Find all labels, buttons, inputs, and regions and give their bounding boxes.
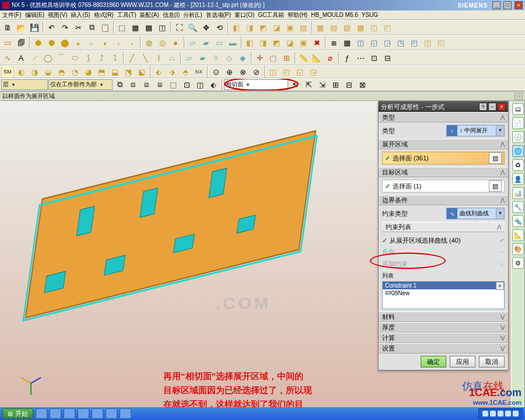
tray-icon[interactable] [513,411,519,416]
tb-curv9-icon[interactable]: ⤵ [108,51,121,64]
tb-cube2-icon[interactable]: ◱ [368,36,380,49]
tb-pick3-icon[interactable]: ⇲ [316,78,328,91]
tb-sm11-icon[interactable]: ⬖ [152,65,165,78]
bc-type-combo[interactable]: ∿ 曲线到曲线 ▼ [446,208,505,219]
dialog-close-button[interactable]: × [498,103,506,111]
tb-layer-icon[interactable]: ≣ [327,36,340,49]
menu-insert[interactable]: 插入(S) [71,11,90,19]
face-select-icon-2[interactable]: ▧ [489,180,502,192]
constraint-list[interactable]: × Constraint 1 ##08New [382,281,505,309]
tb-bool2-icon[interactable]: ◎ [156,36,169,49]
rail-reuse-icon[interactable]: ♻ [512,159,524,171]
tray-icon[interactable] [482,411,488,416]
tb-filter8-icon[interactable]: ⬖ [207,78,220,91]
tb-sm2-icon[interactable]: ◑ [28,65,41,78]
curve-select-icon[interactable]: ⟋ [498,237,505,244]
tb-filter4-icon[interactable]: ⧆ [153,78,166,91]
rail-history-icon[interactable]: 🕘 [512,131,524,143]
section-target-head[interactable]: 目标区域⋀ [379,167,508,177]
face-select-icon[interactable]: ▧ [489,152,502,164]
tb-asm2-icon[interactable]: ▧ [327,21,340,34]
tb-curv3-icon[interactable]: ⟋ [28,51,41,64]
tb-view4-icon[interactable]: ◫ [156,21,169,34]
list-item[interactable]: Constraint 1 [383,282,504,289]
tb-page-icon[interactable]: 🗐 [15,36,27,49]
menu-info[interactable]: 信息(I) [163,11,180,19]
maximize-button[interactable]: □ [503,1,512,9]
tb-part5-icon[interactable]: ▣ [297,36,310,49]
tb-mold3-icon[interactable]: ◱ [293,65,306,78]
tb-surf1-icon[interactable]: ▱ [183,51,195,64]
section-unfold-head[interactable]: 展开区域⋀ [379,139,508,149]
close-button[interactable]: × [514,1,523,9]
tb-solid4-icon[interactable]: ◪ [270,21,283,34]
add-icon[interactable]: ＋ [498,260,505,268]
tb-part2-icon[interactable]: ◨ [257,36,270,49]
tb-snap2-icon[interactable]: ⊕ [223,65,236,78]
menu-view[interactable]: 视图(V) [48,11,67,19]
menu-edit[interactable]: 编辑(E) [25,11,44,19]
tb-pick2-icon[interactable]: ⇱ [302,78,315,91]
tb-solid6-icon[interactable]: ▤ [297,21,310,34]
tb-feat8-icon[interactable]: ⬩ [125,36,138,49]
tb-axis-icon[interactable]: ✛ [253,51,266,64]
rail-ie-icon[interactable]: 🌐 [512,145,524,157]
tb-view1-icon[interactable]: ⬚ [116,21,128,34]
tb-undo-icon[interactable]: ↶ [45,21,58,34]
tb-asm1-icon[interactable]: ▦ [314,21,327,34]
menu-format[interactable]: 格式(R) [94,11,114,19]
rail-roles-icon[interactable]: 👤 [512,173,524,185]
tb-surf2-icon[interactable]: ▰ [196,51,209,64]
tb-feat2-icon[interactable]: ⬣ [45,36,58,49]
reverse-icon[interactable]: ↔ [498,249,505,256]
tb-pan-icon[interactable]: ✥ [200,21,212,34]
menu-hbmould[interactable]: HB_MOULD M6.6 [311,12,358,18]
tb-surf4-icon[interactable]: ◇ [223,51,236,64]
tb-solid1-icon[interactable]: ◧ [230,21,243,34]
taskbar-item[interactable] [50,408,61,419]
tb-cube5-icon[interactable]: ◰ [408,36,421,49]
tb-asm6-icon[interactable]: ◰ [381,21,394,34]
tb-asm5-icon[interactable]: ◫ [368,21,380,34]
tray-icon[interactable] [490,411,496,416]
tb-sm9-icon[interactable]: ⬔ [122,65,135,78]
tb-grid-icon[interactable]: ▦ [341,36,354,49]
taskbar-item[interactable] [78,408,89,419]
tb-sm-icon[interactable]: SM [1,65,14,78]
tb-sheet1-icon[interactable]: ▱ [186,36,199,49]
section-type-head[interactable]: 类型⋀ [379,112,508,123]
tb-surf3-icon[interactable]: ◊ [209,51,222,64]
tb-sm5-icon[interactable]: ◔ [68,65,81,78]
tb-cut-icon[interactable]: ✂ [72,21,85,34]
taskbar-item[interactable] [36,408,47,419]
tb-solid2-icon[interactable]: ◨ [243,21,256,34]
tb-copy-icon[interactable]: ⧉ [85,21,98,34]
tb-snap3-icon[interactable]: ⊗ [236,65,249,78]
tb-feat7-icon[interactable]: ⬨ [112,36,125,49]
tb-save-icon[interactable]: 💾 [28,21,41,34]
tb-exp-icon[interactable]: ƒ [341,51,354,64]
tb-pick4-icon[interactable]: ⊞ [329,78,342,91]
taskbar-item[interactable] [120,408,131,419]
rail-tool1-icon[interactable]: 🔧 [512,201,524,213]
menu-assembly[interactable]: 装配(A) [139,11,159,19]
tb-fit-icon[interactable]: ⛶ [173,21,186,34]
tb-curv7-icon[interactable]: ⟆ [82,51,94,64]
tb-redo-icon[interactable]: ↷ [58,21,71,34]
tb-filter6-icon[interactable]: ⊡ [180,78,193,91]
tray-icon[interactable] [498,411,503,416]
tb-asm4-icon[interactable]: ▩ [354,21,367,34]
tb-sheet4-icon[interactable]: ▬ [226,36,239,49]
rail-part-icon[interactable]: 📄 [512,117,524,129]
view-triad[interactable] [18,370,43,396]
menu-tools[interactable]: 工具(T) [117,11,136,19]
dialog-help-button[interactable]: ? [479,103,487,111]
tb-filter1-icon[interactable]: ⧉ [113,78,126,91]
tb-cube7-icon[interactable]: ◱ [435,36,447,49]
tb-sheet2-icon[interactable]: ▰ [200,36,212,49]
tb-x-icon[interactable]: ✖ [310,36,323,49]
tb-part1-icon[interactable]: ◧ [243,36,256,49]
section-material-head[interactable]: 材料⋁ [379,312,508,322]
tb-sm8-icon[interactable]: ⬓ [108,65,121,78]
rail-tool4-icon[interactable]: 🎨 [512,243,524,255]
